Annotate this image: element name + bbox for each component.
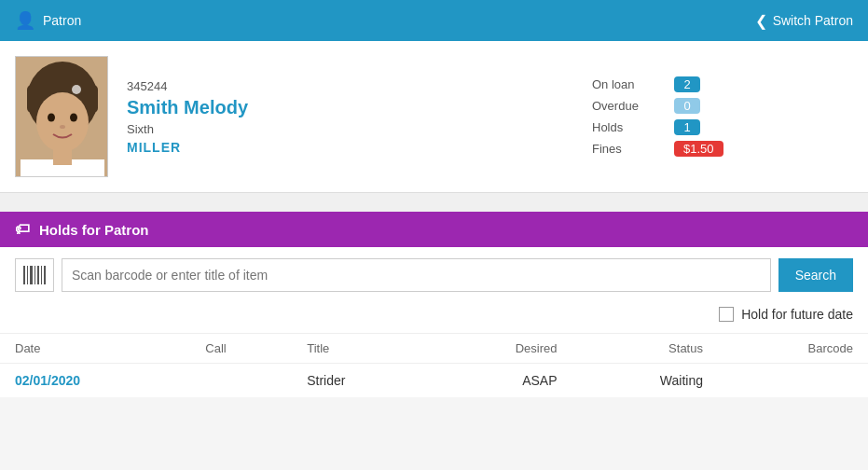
table-header-row: Date Call Title Desired Status Barcode	[0, 334, 868, 364]
svg-point-9	[72, 85, 81, 94]
cell-status: Waiting	[572, 364, 718, 398]
holds-badge: 1	[674, 119, 700, 135]
search-button[interactable]: Search	[778, 258, 853, 292]
fines-row: Fines $1.50	[592, 141, 853, 157]
on-loan-row: On loan 2	[592, 76, 853, 92]
search-input[interactable]	[62, 258, 771, 292]
overdue-label: Overdue	[592, 99, 667, 113]
holds-label: Holds	[592, 120, 667, 134]
svg-rect-8	[53, 148, 72, 165]
svg-point-3	[36, 92, 89, 152]
patron-photo	[15, 56, 108, 177]
col-header-barcode: Barcode	[718, 334, 868, 364]
switch-patron-label: Switch Patron	[773, 13, 853, 28]
overdue-badge: 0	[674, 98, 700, 114]
svg-rect-12	[30, 266, 33, 284]
col-header-desired: Desired	[429, 334, 572, 364]
col-header-date: Date	[0, 334, 190, 364]
patron-section-label: 👤 Patron	[15, 10, 81, 31]
cell-barcode	[718, 364, 868, 398]
col-header-title: Title	[292, 334, 429, 364]
patron-branch: MILLER	[127, 140, 573, 155]
patron-stats: On loan 2 Overdue 0 Holds 1 Fines $1.50	[592, 56, 853, 177]
on-loan-label: On loan	[592, 77, 667, 91]
tag-icon: 🏷	[15, 221, 30, 238]
cell-title: Strider	[292, 364, 429, 398]
cell-desired: ASAP	[429, 364, 572, 398]
patron-photo-svg	[16, 57, 108, 177]
col-header-status: Status	[572, 334, 718, 364]
holds-row: Holds 1	[592, 119, 853, 135]
patron-label: Patron	[43, 13, 81, 28]
patron-name: Smith Melody	[127, 97, 573, 118]
person-icon: 👤	[15, 10, 35, 31]
patron-card: 345244 Smith Melody Sixth MILLER On loan…	[0, 41, 868, 193]
overdue-row: Overdue 0	[592, 98, 853, 114]
hold-future-date-checkbox[interactable]	[719, 307, 734, 322]
holds-header: 🏷 Holds for Patron	[0, 212, 868, 247]
svg-point-4	[48, 114, 55, 122]
holds-title: Holds for Patron	[39, 222, 149, 238]
patron-grade: Sixth	[127, 122, 573, 136]
chevron-left-icon: ❮	[755, 12, 767, 30]
svg-rect-14	[37, 266, 39, 284]
top-bar: 👤 Patron ❮ Switch Patron	[0, 0, 868, 41]
cell-call	[190, 364, 292, 398]
fines-label: Fines	[592, 142, 667, 156]
section-gap	[0, 193, 868, 212]
cell-date: 02/01/2020	[0, 364, 190, 398]
svg-point-6	[60, 125, 65, 129]
col-header-call: Call	[190, 334, 292, 364]
svg-rect-16	[44, 266, 46, 284]
holds-table: Date Call Title Desired Status Barcode 0…	[0, 334, 868, 398]
barcode-icon	[23, 266, 46, 284]
search-bar-row: Search	[0, 247, 868, 303]
svg-rect-10	[23, 266, 25, 284]
fines-badge: $1.50	[674, 141, 723, 157]
patron-id: 345244	[127, 79, 573, 93]
svg-rect-15	[41, 266, 42, 284]
barcode-icon-box	[15, 258, 54, 292]
future-date-row: Hold for future date	[0, 303, 868, 333]
hold-future-date-label: Hold for future date	[741, 307, 853, 322]
table-row: 02/01/2020 Strider ASAP Waiting	[0, 364, 868, 398]
svg-point-5	[70, 114, 77, 122]
holds-section: 🏷 Holds for Patron Search Hold for futur…	[0, 212, 868, 398]
svg-rect-13	[34, 266, 35, 284]
svg-rect-11	[27, 266, 28, 284]
on-loan-badge: 2	[674, 76, 700, 92]
switch-patron-button[interactable]: ❮ Switch Patron	[755, 12, 853, 30]
patron-info: 345244 Smith Melody Sixth MILLER	[127, 56, 573, 177]
